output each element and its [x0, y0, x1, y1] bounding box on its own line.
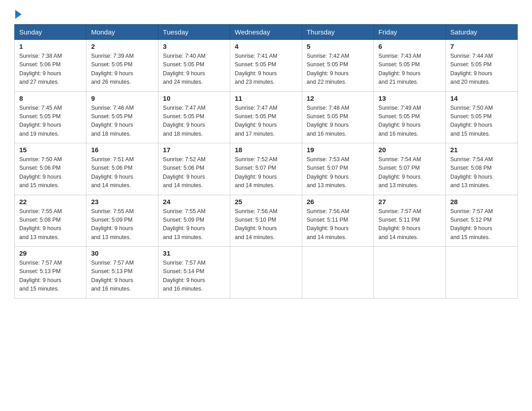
day-number: 24	[163, 198, 225, 206]
day-number: 26	[307, 198, 369, 206]
calendar-week-row: 15 Sunrise: 7:50 AM Sunset: 5:06 PM Dayl…	[15, 143, 518, 195]
calendar-day-cell: 19 Sunrise: 7:53 AM Sunset: 5:07 PM Dayl…	[302, 143, 373, 195]
day-info: Sunrise: 7:57 AM Sunset: 5:11 PM Dayligh…	[378, 207, 441, 242]
calendar-day-cell: 29 Sunrise: 7:57 AM Sunset: 5:13 PM Dayl…	[15, 247, 86, 299]
calendar-day-cell	[374, 247, 446, 299]
day-info: Sunrise: 7:55 AM Sunset: 5:09 PM Dayligh…	[163, 207, 225, 242]
day-info: Sunrise: 7:42 AM Sunset: 5:05 PM Dayligh…	[307, 52, 369, 87]
page-header	[14, 11, 518, 19]
day-info: Sunrise: 7:50 AM Sunset: 5:05 PM Dayligh…	[450, 104, 513, 139]
calendar-day-cell: 25 Sunrise: 7:56 AM Sunset: 5:10 PM Dayl…	[230, 195, 302, 247]
day-info: Sunrise: 7:47 AM Sunset: 5:05 PM Dayligh…	[235, 104, 297, 139]
day-number: 9	[91, 94, 153, 102]
calendar-day-cell	[446, 247, 517, 299]
day-info: Sunrise: 7:44 AM Sunset: 5:05 PM Dayligh…	[450, 52, 513, 87]
day-number: 27	[378, 198, 441, 206]
calendar-week-row: 22 Sunrise: 7:55 AM Sunset: 5:08 PM Dayl…	[15, 195, 518, 247]
day-info: Sunrise: 7:39 AM Sunset: 5:05 PM Dayligh…	[91, 52, 153, 87]
calendar-day-cell: 15 Sunrise: 7:50 AM Sunset: 5:06 PM Dayl…	[15, 143, 86, 195]
day-info: Sunrise: 7:43 AM Sunset: 5:05 PM Dayligh…	[378, 52, 441, 87]
day-number: 16	[91, 146, 153, 154]
calendar-day-cell: 31 Sunrise: 7:57 AM Sunset: 5:14 PM Dayl…	[158, 247, 230, 299]
calendar-header-row: SundayMondayTuesdayWednesdayThursdayFrid…	[15, 25, 518, 40]
day-number: 4	[235, 43, 297, 50]
day-number: 6	[378, 43, 441, 50]
calendar-day-cell: 30 Sunrise: 7:57 AM Sunset: 5:13 PM Dayl…	[86, 247, 158, 299]
day-info: Sunrise: 7:54 AM Sunset: 5:07 PM Dayligh…	[378, 155, 441, 190]
day-number: 13	[378, 94, 441, 102]
day-number: 22	[19, 198, 82, 206]
day-info: Sunrise: 7:56 AM Sunset: 5:10 PM Dayligh…	[235, 207, 297, 242]
day-info: Sunrise: 7:46 AM Sunset: 5:05 PM Dayligh…	[91, 104, 153, 139]
day-number: 3	[163, 43, 225, 50]
day-info: Sunrise: 7:50 AM Sunset: 5:06 PM Dayligh…	[19, 155, 82, 190]
calendar-day-cell: 12 Sunrise: 7:48 AM Sunset: 5:05 PM Dayl…	[302, 91, 373, 143]
day-number: 15	[19, 146, 82, 154]
day-number: 2	[91, 43, 153, 50]
calendar-day-cell: 6 Sunrise: 7:43 AM Sunset: 5:05 PM Dayli…	[374, 40, 446, 92]
day-number: 28	[450, 198, 513, 206]
calendar-day-cell: 11 Sunrise: 7:47 AM Sunset: 5:05 PM Dayl…	[230, 91, 302, 143]
day-info: Sunrise: 7:49 AM Sunset: 5:05 PM Dayligh…	[378, 104, 441, 139]
day-of-week-header: Monday	[86, 25, 158, 40]
calendar-day-cell: 3 Sunrise: 7:40 AM Sunset: 5:05 PM Dayli…	[158, 40, 230, 92]
day-of-week-header: Tuesday	[158, 25, 230, 40]
calendar-day-cell: 23 Sunrise: 7:55 AM Sunset: 5:09 PM Dayl…	[86, 195, 158, 247]
day-of-week-header: Friday	[374, 25, 446, 40]
day-number: 29	[19, 249, 82, 257]
day-number: 7	[450, 43, 513, 50]
day-info: Sunrise: 7:53 AM Sunset: 5:07 PM Dayligh…	[307, 155, 369, 190]
calendar-week-row: 1 Sunrise: 7:38 AM Sunset: 5:06 PM Dayli…	[15, 40, 518, 92]
day-of-week-header: Wednesday	[230, 25, 302, 40]
calendar-day-cell: 24 Sunrise: 7:55 AM Sunset: 5:09 PM Dayl…	[158, 195, 230, 247]
day-number: 12	[307, 94, 369, 102]
day-of-week-header: Sunday	[15, 25, 86, 40]
calendar-day-cell: 17 Sunrise: 7:52 AM Sunset: 5:06 PM Dayl…	[158, 143, 230, 195]
calendar-day-cell	[230, 247, 302, 299]
day-number: 10	[163, 94, 225, 102]
day-number: 23	[91, 198, 153, 206]
day-info: Sunrise: 7:38 AM Sunset: 5:06 PM Dayligh…	[19, 52, 82, 87]
calendar-day-cell: 10 Sunrise: 7:47 AM Sunset: 5:05 PM Dayl…	[158, 91, 230, 143]
day-number: 11	[235, 94, 297, 102]
calendar-day-cell: 4 Sunrise: 7:41 AM Sunset: 5:05 PM Dayli…	[230, 40, 302, 92]
day-info: Sunrise: 7:47 AM Sunset: 5:05 PM Dayligh…	[163, 104, 225, 139]
calendar-day-cell: 13 Sunrise: 7:49 AM Sunset: 5:05 PM Dayl…	[374, 91, 446, 143]
day-info: Sunrise: 7:52 AM Sunset: 5:07 PM Dayligh…	[235, 155, 297, 190]
day-info: Sunrise: 7:56 AM Sunset: 5:11 PM Dayligh…	[307, 207, 369, 242]
day-number: 18	[235, 146, 297, 154]
day-number: 21	[450, 146, 513, 154]
calendar-day-cell: 5 Sunrise: 7:42 AM Sunset: 5:05 PM Dayli…	[302, 40, 373, 92]
day-number: 8	[19, 94, 82, 102]
logo-arrow-icon	[15, 10, 21, 19]
calendar-table: SundayMondayTuesdayWednesdayThursdayFrid…	[14, 24, 518, 299]
calendar-day-cell: 22 Sunrise: 7:55 AM Sunset: 5:08 PM Dayl…	[15, 195, 86, 247]
day-info: Sunrise: 7:52 AM Sunset: 5:06 PM Dayligh…	[163, 155, 225, 190]
day-info: Sunrise: 7:51 AM Sunset: 5:06 PM Dayligh…	[91, 155, 153, 190]
day-number: 30	[91, 249, 153, 257]
logo	[14, 11, 21, 19]
calendar-day-cell: 7 Sunrise: 7:44 AM Sunset: 5:05 PM Dayli…	[446, 40, 517, 92]
calendar-day-cell: 28 Sunrise: 7:57 AM Sunset: 5:12 PM Dayl…	[446, 195, 517, 247]
day-number: 25	[235, 198, 297, 206]
day-info: Sunrise: 7:57 AM Sunset: 5:12 PM Dayligh…	[450, 207, 513, 242]
day-info: Sunrise: 7:54 AM Sunset: 5:08 PM Dayligh…	[450, 155, 513, 190]
day-info: Sunrise: 7:40 AM Sunset: 5:05 PM Dayligh…	[163, 52, 225, 87]
day-of-week-header: Thursday	[302, 25, 373, 40]
day-number: 5	[307, 43, 369, 50]
calendar-day-cell: 20 Sunrise: 7:54 AM Sunset: 5:07 PM Dayl…	[374, 143, 446, 195]
day-info: Sunrise: 7:41 AM Sunset: 5:05 PM Dayligh…	[235, 52, 297, 87]
calendar-day-cell: 18 Sunrise: 7:52 AM Sunset: 5:07 PM Dayl…	[230, 143, 302, 195]
day-number: 17	[163, 146, 225, 154]
day-info: Sunrise: 7:57 AM Sunset: 5:14 PM Dayligh…	[163, 259, 225, 294]
calendar-day-cell: 21 Sunrise: 7:54 AM Sunset: 5:08 PM Dayl…	[446, 143, 517, 195]
calendar-day-cell: 8 Sunrise: 7:45 AM Sunset: 5:05 PM Dayli…	[15, 91, 86, 143]
day-info: Sunrise: 7:48 AM Sunset: 5:05 PM Dayligh…	[307, 104, 369, 139]
day-of-week-header: Saturday	[446, 25, 517, 40]
day-number: 14	[450, 94, 513, 102]
calendar-week-row: 29 Sunrise: 7:57 AM Sunset: 5:13 PM Dayl…	[15, 247, 518, 299]
day-info: Sunrise: 7:55 AM Sunset: 5:09 PM Dayligh…	[91, 207, 153, 242]
calendar-day-cell	[302, 247, 373, 299]
day-info: Sunrise: 7:55 AM Sunset: 5:08 PM Dayligh…	[19, 207, 82, 242]
day-number: 31	[163, 249, 225, 257]
